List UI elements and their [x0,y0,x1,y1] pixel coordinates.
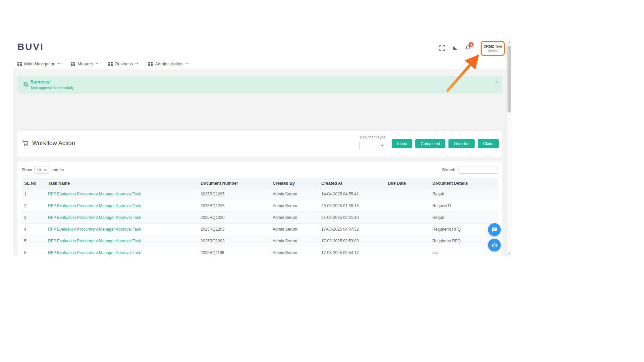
cell-due-date [385,212,430,224]
vertical-scrollbar[interactable]: ▲ ▼ [506,39,512,257]
column-header-due-date[interactable]: Due Date↑↓ [385,178,430,188]
cell-slno: 5 [21,235,45,247]
cell-document-details: Request11 [430,200,498,212]
entries-label: entries [51,168,64,172]
overdue-button[interactable]: Overdue [448,139,475,148]
document-type-group: Document Type [359,135,386,150]
sort-icon: ↑↓ [194,182,196,185]
workflow-filter-buttons: Inbox Completed Overdue Claim [392,139,499,148]
column-header-slno[interactable]: SL.No↑↓ [21,178,45,188]
sort-icon: ↑↓ [42,182,43,185]
task-link[interactable]: RFP Evaluation Procurment Manager Approv… [48,203,141,208]
chat-fab-button[interactable] [488,223,501,236]
scroll-down-icon[interactable]: ▼ [507,253,512,255]
cell-task-name: RFP Evaluation Procurment Manager Approv… [45,235,198,247]
cell-created-at: 17-03-2025 03:53:03 [319,235,385,247]
chevron-down-icon [95,63,98,65]
table-row: 2 RFP Evaluation Procurment Manager Appr… [21,200,498,212]
dark-mode-moon-icon[interactable] [452,45,458,51]
cell-created-at: 17-03-2025 09:54:17 [319,247,385,257]
task-link[interactable]: RFP Evaluation Procurment Manager Approv… [48,227,141,232]
page-title-row: Workflow Action [22,140,75,147]
app-window: BUVI 4 CRM2 Two Serum Main Navigation Ma… [13,37,506,256]
search-label: Search: [442,168,457,172]
sort-icon: ↑↓ [266,182,268,185]
task-link[interactable]: RFP Evaluation Procurment Manager Approv… [48,250,141,255]
cell-created-at: 21-03-2025 02:01:10 [319,212,385,224]
page-size-control: Show 10 entries [21,167,64,174]
inbox-button[interactable]: Inbox [392,139,412,148]
cell-document-number: 2025RQ1295 [198,188,270,200]
column-header-document-number[interactable]: Document Number↑↓ [198,178,270,188]
nav-label: Administration [155,61,182,66]
task-link[interactable]: RFP Evaluation Procurment Manager Approv… [48,192,141,196]
profile-role: Serum [488,49,497,53]
table-controls: Show 10 entries Search: [21,166,498,174]
grid-icon [71,62,75,66]
task-link[interactable]: RFP Evaluation Procurment Manager Approv… [48,215,141,220]
nav-label: Masters [77,61,93,66]
scroll-up-icon[interactable]: ▲ [507,41,512,43]
column-header-created-at[interactable]: Created At↑↓ [319,178,385,188]
brand-logo[interactable]: BUVI [17,42,44,52]
cell-task-name: RFP Evaluation Procurment Manager Approv… [45,188,198,200]
scrollbar-thumb[interactable] [507,46,511,113]
cell-document-details: rss [430,247,498,257]
cell-created-by: Admin Serum [270,212,319,224]
document-type-label: Document Type [360,135,386,139]
document-type-select[interactable] [359,141,386,150]
cell-slno: 3 [21,212,45,224]
cell-due-date [385,200,430,212]
cell-due-date [385,247,430,257]
robot-icon [491,242,498,248]
workflow-action-card: Workflow Action Document Type Inbox Comp… [17,131,502,157]
nav-item-masters[interactable]: Masters [71,61,98,66]
search-input[interactable] [459,167,498,174]
table-row: 4 RFP Evaluation Procurment Manager Appr… [21,224,498,235]
alert-close-icon[interactable]: × [495,79,498,85]
nav-label: Main Navigation [24,61,55,66]
cell-created-by: Admin Serum [270,224,319,235]
table-row: 3 RFP Evaluation Procurment Manager Appr… [21,212,498,224]
show-label: Show [21,168,32,172]
page-title: Workflow Action [32,140,75,147]
cell-task-name: RFP Evaluation Procurment Manager Approv… [45,224,198,235]
table-header-row: SL.No↑↓ Task Name↑↓ Document Number↑↓ Cr… [21,178,498,188]
completed-button[interactable]: Completed [415,139,445,148]
success-alert: Success! Task approve Successfully. × [17,76,502,94]
cell-created-at: 14-04-2025 04:55:41 [319,188,385,200]
page-body: Success! Task approve Successfully. × Wo… [13,69,506,256]
table-row: 5 RFP Evaluation Procurment Manager Appr… [21,235,498,247]
cell-created-by: Admin Serum [270,200,319,212]
nav-label: Business [115,61,133,66]
notifications-bell-icon[interactable]: 4 [465,45,471,51]
cell-due-date [385,224,430,235]
sort-icon: ↑↓ [494,182,496,185]
sort-icon: ↑↓ [426,182,428,185]
cell-task-name: RFP Evaluation Procurment Manager Approv… [45,247,198,257]
user-profile-button[interactable]: CRM2 Two Serum [481,41,505,56]
bot-fab-button[interactable] [488,239,501,251]
nav-item-main-navigation[interactable]: Main Navigation [17,61,61,66]
task-link[interactable]: RFP Evaluation Procurment Manager Approv… [48,239,141,243]
column-header-document-details[interactable]: Document Details↑↓ [430,178,498,188]
table-row: 1 RFP Evaluation Procurment Manager Appr… [21,188,498,200]
cell-document-details: Requir [430,188,498,200]
sort-icon: ↑↓ [315,182,317,185]
nav-item-administration[interactable]: Administration [148,61,188,66]
cell-slno: 2 [21,200,45,212]
chevron-down-icon [185,63,188,65]
chevron-down-icon [135,63,138,65]
claim-button[interactable]: Claim [478,139,499,148]
cell-slno: 1 [21,188,45,200]
cell-created-by: Admin Serum [270,188,319,200]
column-header-created-by[interactable]: Created By↑↓ [270,178,319,188]
column-header-task-name[interactable]: Task Name↑↓ [45,178,198,188]
sort-icon: ↑↓ [381,182,383,185]
entries-select[interactable]: 10 [34,167,49,174]
fullscreen-icon[interactable] [439,45,445,51]
chat-icon [491,227,497,233]
cell-created-by: Admin Serum [270,235,319,247]
cell-created-by: Admin Serum [270,247,319,257]
nav-item-business[interactable]: Business [108,61,138,66]
